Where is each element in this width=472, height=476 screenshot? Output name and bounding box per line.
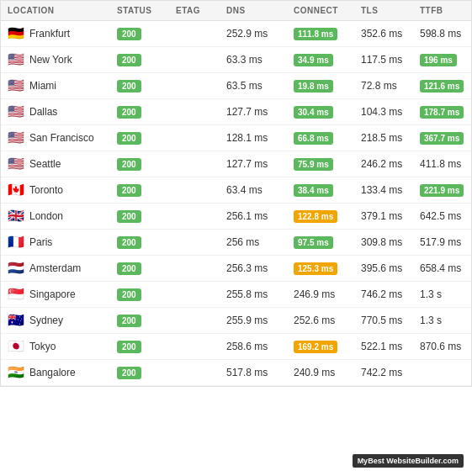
connect-cell: 38.4 ms (294, 184, 361, 197)
connect-cell: 75.9 ms (294, 158, 361, 171)
dns-cell: 256 ms (226, 236, 294, 248)
table-row[interactable]: 🇬🇧London200256.1 ms122.8 ms379.1 ms642.5… (1, 204, 471, 230)
flag-icon: 🇺🇸 (8, 79, 24, 93)
flag-icon: 🇺🇸 (8, 157, 24, 171)
ttfb-cell: 121.6 ms (420, 80, 472, 93)
connect-highlight: 111.8 ms (294, 28, 337, 40)
status-badge: 200 (117, 184, 141, 197)
table-row[interactable]: 🇨🇦Toronto20063.4 ms38.4 ms133.4 ms221.9 … (1, 177, 471, 204)
ttfb-highlight: 178.7 ms (420, 106, 464, 119)
location-name: Tokyo (29, 341, 56, 352)
flag-icon: 🇦🇺 (8, 314, 24, 327)
connect-cell: 97.5 ms (294, 236, 361, 249)
connect-highlight: 66.8 ms (294, 132, 333, 145)
location-name: Toronto (29, 184, 63, 196)
header-cell-tls: TLS (361, 6, 420, 15)
tls-cell: 117.5 ms (361, 54, 420, 66)
flag-icon: 🇺🇸 (8, 53, 24, 66)
status-cell: 200 (117, 341, 176, 353)
connect-cell: 169.2 ms (294, 341, 361, 353)
location-name: New York (29, 54, 72, 66)
location-cell: 🇺🇸San Francisco (8, 131, 117, 145)
tls-cell: 246.2 ms (361, 158, 420, 170)
header-cell-dns: DNS (226, 6, 294, 15)
table-row[interactable]: 🇦🇺Sydney200255.9 ms252.6 ms770.5 ms1.3 s… (1, 308, 471, 334)
table-row[interactable]: 🇫🇷Paris200256 ms97.5 ms309.8 ms517.9 ms∨ (1, 230, 471, 256)
connect-highlight: 97.5 ms (294, 236, 333, 249)
status-badge: 200 (117, 315, 141, 327)
status-badge: 200 (117, 132, 141, 145)
flag-icon: 🇺🇸 (8, 131, 24, 145)
ttfb-cell: 178.7 ms (420, 106, 472, 119)
location-name: Paris (29, 236, 52, 248)
location-cell: 🇺🇸Seattle (8, 157, 117, 171)
connect-highlight: 34.9 ms (294, 54, 333, 66)
table-row[interactable]: 🇸🇬Singapore200255.8 ms246.9 ms746.2 ms1.… (1, 282, 471, 308)
connect-highlight: 125.3 ms (294, 262, 337, 275)
table-row[interactable]: 🇩🇪Frankfurt200252.9 ms111.8 ms352.6 ms59… (1, 21, 471, 47)
location-name: Bangalore (29, 367, 76, 378)
location-name: Sydney (29, 315, 63, 326)
connect-highlight: 38.4 ms (294, 184, 333, 197)
location-cell: 🇺🇸Miami (8, 79, 117, 93)
table-row[interactable]: 🇺🇸New York20063.3 ms34.9 ms117.5 ms196 m… (1, 47, 471, 73)
tls-cell: 742.2 ms (361, 367, 420, 378)
status-badge: 200 (117, 288, 141, 301)
tls-cell: 309.8 ms (361, 236, 420, 248)
table-row[interactable]: 🇺🇸San Francisco200128.1 ms66.8 ms218.5 m… (1, 125, 471, 151)
table-body: 🇩🇪Frankfurt200252.9 ms111.8 ms352.6 ms59… (1, 21, 471, 386)
table-row[interactable]: 🇮🇳Bangalore200517.8 ms240.9 ms742.2 ms∨ (1, 360, 471, 386)
ttfb-highlight: 221.9 ms (420, 184, 464, 197)
status-cell: 200 (117, 158, 176, 171)
location-cell: 🇸🇬Singapore (8, 288, 117, 301)
table-row[interactable]: 🇳🇱Amsterdam200256.3 ms125.3 ms395.6 ms65… (1, 256, 471, 282)
location-cell: 🇨🇦Toronto (8, 183, 117, 197)
location-name: San Francisco (29, 132, 94, 144)
header-cell-location: LOCATION (8, 6, 117, 15)
location-cell: 🇳🇱Amsterdam (8, 262, 117, 275)
table-row[interactable]: 🇺🇸Dallas200127.7 ms30.4 ms104.3 ms178.7 … (1, 99, 471, 125)
tls-cell: 746.2 ms (361, 288, 420, 300)
flag-icon: 🇫🇷 (8, 235, 24, 249)
status-cell: 200 (117, 262, 176, 275)
dns-cell: 258.6 ms (226, 341, 294, 352)
connect-cell: 252.6 ms (294, 315, 361, 326)
connect-highlight: 75.9 ms (294, 158, 333, 171)
header-cell-ttfb: TTFB (420, 6, 472, 15)
status-cell: 200 (117, 106, 176, 119)
status-badge: 200 (117, 367, 141, 379)
dns-cell: 256.1 ms (226, 210, 294, 222)
connect-highlight: 169.2 ms (294, 341, 337, 353)
status-cell: 200 (117, 54, 176, 66)
ttfb-cell: 367.7 ms (420, 132, 472, 145)
location-name: Seattle (29, 158, 61, 170)
connect-cell: 19.8 ms (294, 80, 361, 93)
dns-cell: 127.7 ms (226, 106, 294, 118)
status-cell: 200 (117, 288, 176, 301)
location-name: Dallas (29, 106, 57, 118)
header-cell-status: STATUS (117, 6, 176, 15)
location-cell: 🇯🇵Tokyo (8, 340, 117, 353)
location-cell: 🇩🇪Frankfurt (8, 27, 117, 40)
status-cell: 200 (117, 184, 176, 197)
dns-cell: 63.3 ms (226, 54, 294, 66)
dns-cell: 127.7 ms (226, 158, 294, 170)
location-cell: 🇫🇷Paris (8, 235, 117, 249)
status-cell: 200 (117, 210, 176, 223)
ttfb-cell: 598.8 ms (420, 28, 472, 40)
table-row[interactable]: 🇺🇸Miami20063.5 ms19.8 ms72.8 ms121.6 ms∨ (1, 73, 471, 99)
location-name: Frankfurt (29, 28, 70, 40)
location-name: London (29, 210, 63, 222)
table-row[interactable]: 🇺🇸Seattle200127.7 ms75.9 ms246.2 ms411.8… (1, 151, 471, 177)
status-badge: 200 (117, 210, 141, 223)
flag-icon: 🇯🇵 (8, 340, 24, 353)
flag-icon: 🇳🇱 (8, 262, 24, 275)
status-badge: 200 (117, 236, 141, 249)
dns-cell: 252.9 ms (226, 28, 294, 40)
table-row[interactable]: 🇯🇵Tokyo200258.6 ms169.2 ms522.1 ms870.6 … (1, 334, 471, 360)
ttfb-highlight: 121.6 ms (420, 80, 464, 93)
connect-cell: 240.9 ms (294, 367, 361, 378)
tls-cell: 522.1 ms (361, 341, 420, 352)
status-badge: 200 (117, 80, 141, 93)
ttfb-highlight: 196 ms (420, 54, 457, 66)
